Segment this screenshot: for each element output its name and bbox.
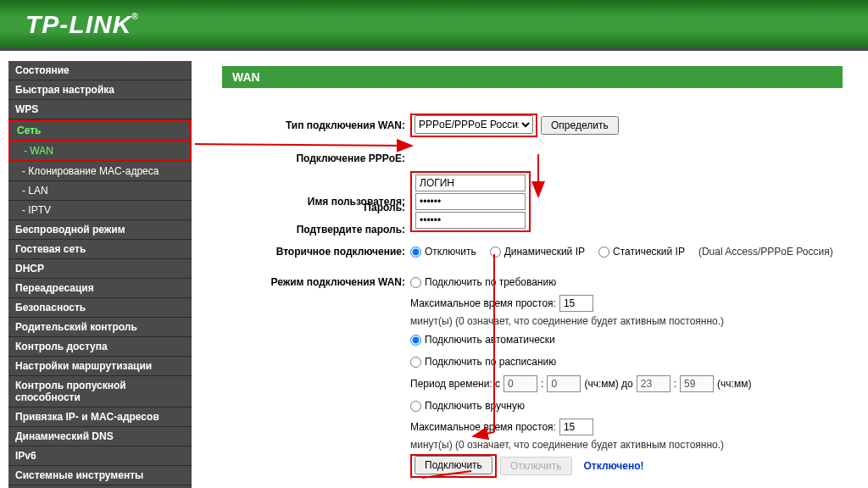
sidebar-item-14[interactable]: Контроль доступа xyxy=(8,337,192,357)
period-to-m[interactable] xyxy=(680,375,714,392)
label-secondary: Вторичное подключение: xyxy=(222,246,410,258)
sidebar-item-11[interactable]: Переадресация xyxy=(8,279,192,298)
sidebar-nav: СостояниеБыстрая настройкаWPSСеть- WAN- … xyxy=(0,51,192,485)
detect-button[interactable]: Определить xyxy=(541,116,619,135)
period-from-h[interactable] xyxy=(504,375,537,392)
sidebar-item-15[interactable]: Настройки маршрутизации xyxy=(8,357,192,376)
app-header: TP-LINK® xyxy=(0,0,868,51)
sidebar-item-0[interactable]: Состояние xyxy=(8,61,192,80)
sidebar-item-3[interactable]: Сеть xyxy=(8,119,192,141)
connection-status: Отключено! xyxy=(584,460,644,472)
sidebar-item-19[interactable]: IPv6 xyxy=(8,446,192,466)
idle-note-1: минут(ы) (0 означает, что соединение буд… xyxy=(410,315,724,327)
radio-sec-dyn[interactable]: Динамический IP xyxy=(490,246,585,258)
main-content: WAN Тип подключения WAN: PPPoE/PPPoE Рос… xyxy=(192,51,868,485)
label-wan-type: Тип подключения WAN: xyxy=(222,119,410,131)
radio-mode-manual[interactable]: Подключить вручную xyxy=(410,400,525,412)
sidebar-item-18[interactable]: Динамический DNS xyxy=(8,427,192,446)
sidebar-item-5[interactable]: - Клонирование MAC-адреса xyxy=(8,162,192,181)
page-title: WAN xyxy=(222,66,843,88)
label-password: Пароль: xyxy=(222,202,410,214)
hhmm-to: (чч:мм) до xyxy=(584,378,632,390)
sidebar-item-16[interactable]: Контроль пропускной способности xyxy=(8,376,192,408)
disconnect-button[interactable]: Отключить xyxy=(500,457,572,475)
idle-time-1-field[interactable] xyxy=(559,295,593,312)
label-conn-mode: Режим подключения WAN: xyxy=(222,276,410,288)
secondary-note: (Dual Access/PPPoE Россия) xyxy=(698,246,833,258)
radio-mode-demand[interactable]: Подключить по требованию xyxy=(410,276,556,288)
sidebar-item-12[interactable]: Безопасность xyxy=(8,298,192,318)
connect-button[interactable]: Подключить xyxy=(415,456,492,474)
radio-sec-off[interactable]: Отключить xyxy=(410,246,476,258)
sidebar-item-2[interactable]: WPS xyxy=(8,100,192,119)
sidebar-item-7[interactable]: - IPTV xyxy=(8,201,192,220)
radio-mode-auto[interactable]: Подключить автоматически xyxy=(410,334,555,346)
sidebar-item-6[interactable]: - LAN xyxy=(8,181,192,201)
username-field[interactable] xyxy=(415,175,526,191)
label-pppoe: Подключение PPPoE: xyxy=(222,152,410,164)
sidebar-item-17[interactable]: Привязка IP- и MAC-адресов xyxy=(8,408,192,427)
sidebar-item-9[interactable]: Гостевая сеть xyxy=(8,240,192,259)
sidebar-item-8[interactable]: Беспроводной режим xyxy=(8,220,192,240)
period-label: Период времени: с xyxy=(410,378,500,390)
brand-logo: TP-LINK® xyxy=(25,10,139,39)
sidebar-item-20[interactable]: Системные инструменты xyxy=(8,466,192,485)
sidebar-item-1[interactable]: Быстрая настройка xyxy=(8,80,192,100)
radio-sec-stat[interactable]: Статический IP xyxy=(598,246,685,258)
sidebar-item-4[interactable]: - WAN xyxy=(8,141,192,162)
sidebar-item-13[interactable]: Родительский контроль xyxy=(8,318,192,337)
radio-mode-sched[interactable]: Подключить по расписанию xyxy=(410,356,556,368)
wan-type-select[interactable]: PPPoE/PPPoE Россия xyxy=(415,115,533,134)
idle-note-2: минут(ы) (0 означает, что соединение буд… xyxy=(410,439,724,451)
sidebar-item-10[interactable]: DHCP xyxy=(8,259,192,279)
idle-label-2: Максимальное время простоя: xyxy=(410,421,556,433)
period-from-m[interactable] xyxy=(547,375,581,392)
idle-time-2-field[interactable] xyxy=(559,419,593,435)
hhmm: (чч:мм) xyxy=(717,378,751,390)
label-password2: Подтвердите пароль: xyxy=(222,224,410,236)
idle-label-1: Максимальное время простоя: xyxy=(410,297,556,309)
period-to-h[interactable] xyxy=(637,375,670,392)
